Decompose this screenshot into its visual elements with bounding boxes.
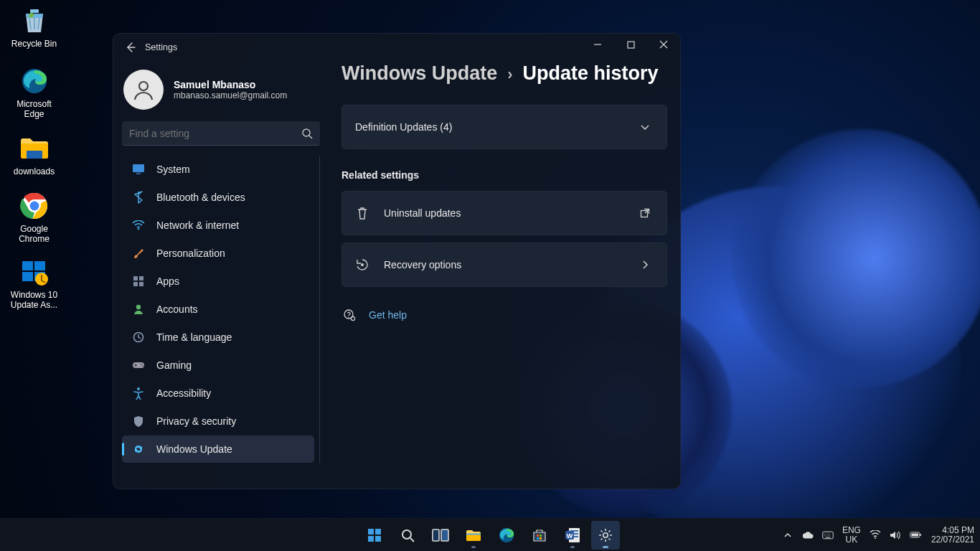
windows-update-assist-icon <box>19 257 50 287</box>
desktop-icon-edge[interactable]: Microsoft Edge <box>0 66 68 119</box>
svg-rect-18 <box>139 276 143 281</box>
titlebar[interactable]: Settings <box>113 34 680 61</box>
svg-point-53 <box>875 537 876 539</box>
sidebar: Samuel Mbanaso mbanaso.samuel@gmail.com … <box>113 61 329 489</box>
desktop-icon-label: Microsoft Edge <box>6 99 63 119</box>
svg-point-26 <box>137 387 140 390</box>
minimize-button[interactable] <box>581 34 614 55</box>
nav-time-language[interactable]: Time & language <box>122 324 314 351</box>
content: Windows Update › Update history Definiti… <box>329 61 680 489</box>
card-recovery-options[interactable]: Recovery options <box>341 242 667 287</box>
clock[interactable]: 4:05 PM22/07/2021 <box>931 526 974 545</box>
volume-icon[interactable] <box>890 529 901 541</box>
nav-windows-update[interactable]: Windows Update <box>122 435 314 463</box>
desktop-icon-downloads[interactable]: downloads <box>0 133 68 176</box>
nav-label: System <box>156 164 190 175</box>
language-indicator[interactable]: ENGUK <box>842 526 861 545</box>
search-input[interactable] <box>129 128 301 139</box>
svg-rect-8 <box>22 272 33 281</box>
nav-gaming[interactable]: Gaming <box>122 352 314 379</box>
svg-point-51 <box>603 532 608 537</box>
close-icon <box>659 40 668 49</box>
breadcrumb: Windows Update › Update history <box>341 62 667 85</box>
wifi-icon <box>132 219 145 232</box>
chevron-right-icon <box>638 258 652 272</box>
system-tray: ENGUK 4:05 PM22/07/2021 <box>782 526 974 545</box>
svg-rect-32 <box>368 529 374 534</box>
nav-personalization[interactable]: Personalization <box>122 240 314 267</box>
svg-point-12 <box>139 82 148 90</box>
folder-icon <box>465 528 482 542</box>
svg-point-24 <box>141 364 142 365</box>
svg-rect-55 <box>911 534 918 537</box>
taskbar-store[interactable] <box>525 521 554 550</box>
onedrive-icon[interactable] <box>802 529 814 541</box>
card-definition-updates[interactable]: Definition Updates (4) <box>341 105 667 149</box>
taskbar-settings[interactable] <box>591 521 620 550</box>
battery-icon[interactable] <box>910 529 921 541</box>
svg-point-31 <box>351 316 354 320</box>
word-icon: W <box>564 527 581 544</box>
svg-rect-19 <box>133 282 138 286</box>
apps-icon <box>132 275 145 288</box>
search-icon <box>400 527 415 543</box>
breadcrumb-parent[interactable]: Windows Update <box>341 62 497 85</box>
nav-privacy[interactable]: Privacy & security <box>122 408 314 435</box>
windows-icon <box>367 527 382 543</box>
keyboard-icon[interactable] <box>822 529 834 541</box>
nav-bluetooth[interactable]: Bluetooth & devices <box>122 184 314 211</box>
card-uninstall-updates[interactable]: Uninstall updates <box>341 191 667 235</box>
gear-icon <box>598 527 613 543</box>
search-box[interactable] <box>122 121 320 146</box>
arrow-left-icon <box>125 42 136 53</box>
help-link[interactable]: Get help <box>369 309 407 321</box>
nav-label: Windows Update <box>156 443 232 455</box>
edge-icon <box>19 66 50 96</box>
wifi-icon[interactable] <box>870 529 881 541</box>
svg-rect-37 <box>433 529 439 541</box>
trash-icon <box>355 206 369 220</box>
nav-accounts[interactable]: Accounts <box>122 296 314 323</box>
nav-label: Accounts <box>156 303 198 315</box>
maximize-icon <box>627 41 635 49</box>
svg-rect-11 <box>628 42 634 48</box>
tray-chevron-up-icon[interactable] <box>782 529 793 541</box>
recycle-bin-icon <box>19 6 50 36</box>
svg-rect-44 <box>540 537 542 540</box>
desktop-icon-chrome[interactable]: Google Chrome <box>0 191 68 244</box>
monitor-icon <box>132 163 145 176</box>
svg-rect-7 <box>34 261 45 270</box>
start-button[interactable] <box>360 521 389 550</box>
task-view-button[interactable] <box>426 521 455 550</box>
svg-rect-35 <box>375 536 381 542</box>
app-title: Settings <box>145 42 177 52</box>
desktop-icon-recycle-bin[interactable]: Recycle Bin <box>0 6 68 49</box>
profile[interactable]: Samuel Mbanaso mbanaso.samuel@gmail.com <box>122 64 320 121</box>
desktop-icons: Recycle Bin Microsoft Edge downloads Goo… <box>0 0 68 310</box>
get-help[interactable]: Get help <box>341 309 667 321</box>
taskbar-word[interactable]: W <box>558 521 587 550</box>
page-title: Update history <box>523 62 659 85</box>
avatar <box>123 70 164 110</box>
nav-label: Time & language <box>156 331 232 343</box>
svg-rect-0 <box>30 9 39 13</box>
nav-network[interactable]: Network & internet <box>122 212 314 239</box>
nav-label: Gaming <box>156 359 192 371</box>
close-button[interactable] <box>647 34 680 55</box>
folder-icon <box>19 133 50 164</box>
taskbar-search[interactable] <box>393 521 422 550</box>
taskbar-explorer[interactable] <box>459 521 488 550</box>
desktop-icon-update-assistant[interactable]: Windows 10 Update As... <box>0 257 68 310</box>
svg-rect-6 <box>22 261 33 270</box>
account-icon <box>132 303 145 316</box>
back-button[interactable] <box>119 37 142 57</box>
svg-rect-38 <box>441 529 448 541</box>
maximize-button[interactable] <box>614 34 647 55</box>
nav-system[interactable]: System <box>122 156 314 183</box>
nav-apps[interactable]: Apps <box>122 268 314 295</box>
taskbar-edge[interactable] <box>492 521 521 550</box>
svg-point-30 <box>348 316 349 317</box>
nav-accessibility[interactable]: Accessibility <box>122 380 314 407</box>
recovery-icon <box>355 258 369 272</box>
svg-rect-14 <box>133 164 144 172</box>
